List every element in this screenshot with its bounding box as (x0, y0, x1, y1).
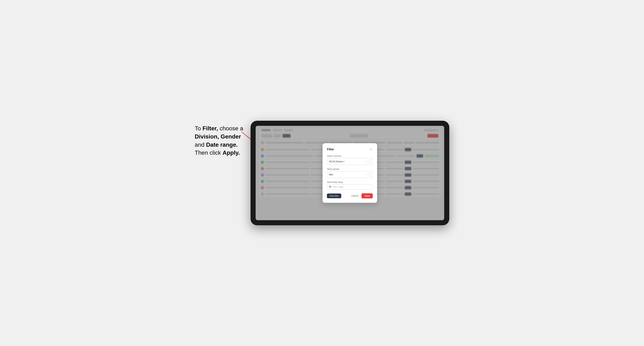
screen-content: Filter × Select a division NCAA Division… (256, 126, 444, 220)
date-range-bold: Date range. (206, 141, 238, 148)
modal-header: Filter × (327, 148, 373, 151)
calendar-icon: 📅 (329, 186, 332, 188)
filter-bold: Filter, (202, 125, 218, 132)
gender-label: Select gender (327, 168, 373, 170)
instruction-text: To Filter, choose a Division, Gender and… (195, 121, 243, 157)
gender-arrow-icon[interactable]: ⌃⌄ (369, 173, 371, 177)
close-button[interactable]: × (369, 148, 373, 151)
gender-clear-icon[interactable]: × (368, 173, 368, 176)
division-arrow-icon[interactable]: ⌃⌄ (369, 160, 371, 164)
modal-footer: Clear filter Cancel Apply (327, 193, 373, 198)
division-controls: × ⌃⌄ (368, 160, 371, 164)
date-form-group: Select Date range 📅 Pick a date (327, 181, 373, 190)
tablet-wrapper: Filter × Select a division NCAA Division… (250, 121, 449, 225)
date-placeholder: Pick a date (332, 186, 343, 188)
tablet-frame: Filter × Select a division NCAA Division… (250, 121, 449, 225)
apply-button[interactable]: Apply (362, 193, 373, 198)
gender-value: Men (329, 173, 368, 176)
division-clear-icon[interactable]: × (368, 161, 368, 163)
division-form-group: Select a division NCAA Division I × ⌃⌄ (327, 155, 373, 165)
apply-bold: Apply. (222, 149, 240, 156)
gender-controls: × ⌃⌄ (368, 173, 371, 177)
cancel-button[interactable]: Cancel (350, 193, 360, 198)
modal-overlay: Filter × Select a division NCAA Division… (256, 126, 444, 220)
tablet-screen: Filter × Select a division NCAA Division… (256, 126, 444, 220)
gender-form-group: Select gender Men × ⌃⌄ (327, 168, 373, 178)
division-gender-bold: Division, Gender (195, 133, 241, 140)
date-label: Select Date range (327, 181, 373, 183)
division-label: Select a division (327, 155, 373, 157)
date-input[interactable]: 📅 Pick a date (327, 184, 373, 190)
clear-filter-button[interactable]: Clear filter (327, 193, 341, 198)
division-value: NCAA Division I (329, 160, 368, 163)
filter-modal: Filter × Select a division NCAA Division… (322, 143, 377, 203)
modal-footer-right: Cancel Apply (350, 193, 373, 198)
gender-select[interactable]: Men × ⌃⌄ (327, 171, 373, 178)
modal-title: Filter (327, 148, 334, 151)
division-select[interactable]: NCAA Division I × ⌃⌄ (327, 158, 373, 165)
